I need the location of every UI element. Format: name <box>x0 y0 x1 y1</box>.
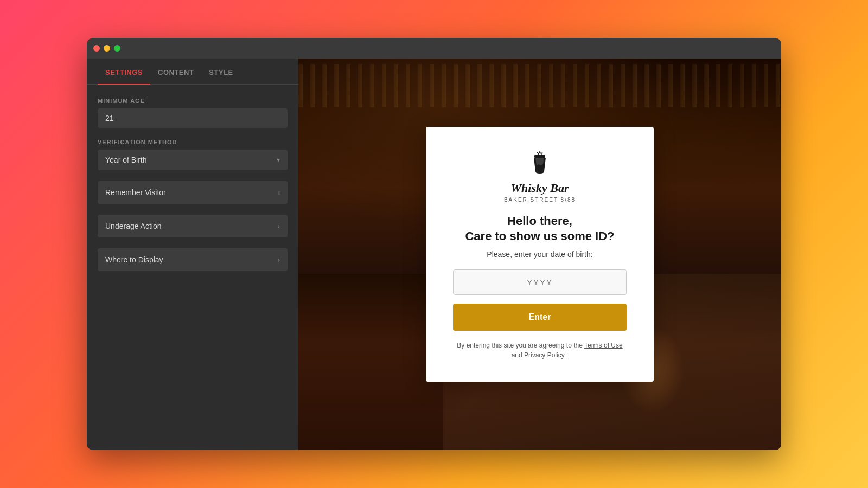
age-verification-modal: Whisky Bar BAKER STREET 8/88 Hello there… <box>426 127 654 382</box>
chevron-right-icon: › <box>277 188 280 197</box>
minimum-age-label: MINIMUM AGE <box>98 98 288 104</box>
where-to-display-row[interactable]: Where to Display › <box>98 248 288 271</box>
close-button[interactable] <box>93 45 100 52</box>
title-bar <box>87 38 781 59</box>
modal-overlay: Whisky Bar BAKER STREET 8/88 Hello there… <box>298 59 781 450</box>
tab-style[interactable]: STYLE <box>201 59 240 84</box>
tab-bar: SETTINGS CONTENT STYLE <box>87 59 298 85</box>
sidebar: SETTINGS CONTENT STYLE MINIMUM AGE V <box>87 59 298 450</box>
svg-line-4 <box>541 152 542 153</box>
minimum-age-section: MINIMUM AGE <box>98 98 288 128</box>
remember-visitor-row[interactable]: Remember Visitor › <box>98 181 288 204</box>
underage-action-row[interactable]: Underage Action › <box>98 215 288 237</box>
modal-subtext: Please, enter your date of birth: <box>487 250 592 259</box>
modal-heading: Hello there, Care to show us some ID? <box>465 214 614 245</box>
svg-line-3 <box>537 152 538 153</box>
browser-window: SETTINGS CONTENT STYLE MINIMUM AGE V <box>87 38 781 450</box>
verification-method-label: VERIFICATION METHOD <box>98 139 288 145</box>
minimize-button[interactable] <box>104 45 110 52</box>
chevron-right-icon: › <box>277 255 280 264</box>
privacy-link[interactable]: Privacy Policy <box>524 351 566 359</box>
tab-settings[interactable]: SETTINGS <box>98 59 150 84</box>
preview-area: Whisky Bar BAKER STREET 8/88 Hello there… <box>298 59 781 450</box>
enter-button[interactable]: Enter <box>453 304 627 331</box>
chevron-right-icon: › <box>277 222 280 230</box>
brand-sub: BAKER STREET 8/88 <box>504 197 576 203</box>
year-of-birth-input[interactable] <box>453 269 627 295</box>
tab-content[interactable]: CONTENT <box>150 59 201 84</box>
minimum-age-input[interactable] <box>98 108 288 128</box>
sidebar-body: MINIMUM AGE VERIFICATION METHOD Year of … <box>87 85 298 284</box>
preview-background: Whisky Bar BAKER STREET 8/88 Hello there… <box>298 59 781 450</box>
main-content: SETTINGS CONTENT STYLE MINIMUM AGE V <box>87 59 781 450</box>
verification-method-select[interactable]: Year of Birth ▾ <box>98 150 288 170</box>
chevron-down-icon: ▾ <box>277 156 280 164</box>
whisky-glass-icon <box>526 151 553 178</box>
terms-link[interactable]: Terms of Use <box>584 342 623 349</box>
modal-logo: Whisky Bar BAKER STREET 8/88 <box>504 151 576 202</box>
modal-legal-text: By entering this site you are agreeing t… <box>453 341 627 360</box>
maximize-button[interactable] <box>114 45 120 52</box>
verification-method-section: VERIFICATION METHOD Year of Birth ▾ <box>98 139 288 170</box>
brand-name: Whisky Bar <box>511 181 569 195</box>
